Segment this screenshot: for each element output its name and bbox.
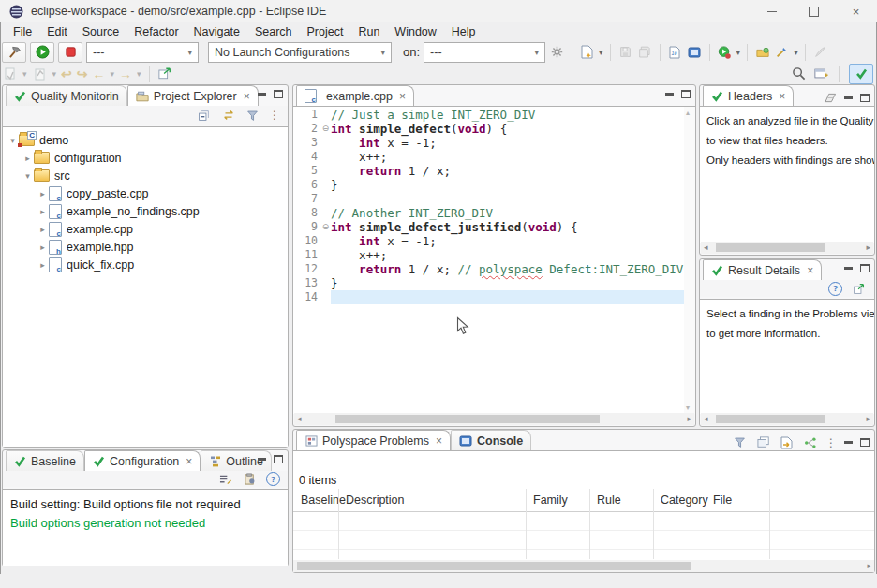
new-wizard-button[interactable] (579, 44, 595, 60)
minimize-icon[interactable] (844, 96, 853, 99)
column-header-file[interactable]: File (706, 493, 769, 507)
menu-item-refactor[interactable]: Refactor (126, 24, 186, 39)
view-menu-icon[interactable]: ⋮ (269, 110, 280, 121)
target-settings-gear-icon[interactable] (549, 44, 565, 60)
binary-view-button[interactable]: 10 (667, 44, 683, 60)
open-console-button[interactable] (687, 44, 703, 60)
maximize-icon[interactable] (274, 455, 283, 463)
new-wizard-dropdown-icon[interactable]: ▾ (599, 48, 603, 57)
close-icon[interactable]: × (399, 90, 406, 103)
column-header-family[interactable]: Family (526, 493, 589, 507)
chevron-expanded-icon[interactable]: ▾ (22, 171, 34, 181)
tab-result-details[interactable]: Result Details × (703, 259, 822, 280)
tab-example-cpp[interactable]: c example.cpp × (296, 85, 414, 106)
menu-item-run[interactable]: Run (350, 24, 387, 39)
code-line-7[interactable]: 7 (293, 192, 684, 206)
code-line-11[interactable]: 11 x++; (293, 248, 684, 262)
tab-project-explorer[interactable]: Project Explorer × (127, 85, 259, 106)
run-analysis-button[interactable] (30, 42, 54, 63)
menu-item-help[interactable]: Help (444, 24, 483, 39)
window-close-button[interactable]: × (835, 0, 877, 22)
window-minimize-button[interactable] (751, 0, 793, 22)
tab-headers[interactable]: Headers × (703, 85, 794, 106)
close-icon[interactable]: × (779, 90, 785, 103)
options-list-icon[interactable] (217, 471, 233, 487)
menu-item-window[interactable]: Window (387, 24, 443, 39)
polyspace-build-button[interactable] (2, 42, 26, 63)
forward-button[interactable]: → (119, 67, 132, 81)
result-details-horizontal-scrollbar[interactable]: ◂ ▸ (701, 413, 873, 425)
export-log-icon[interactable] (779, 434, 795, 450)
collapse-all-icon[interactable] (196, 108, 212, 124)
headers-horizontal-scrollbar[interactable]: ◂ ▸ (701, 242, 873, 254)
menu-item-search[interactable]: Search (247, 24, 300, 39)
chevron-collapsed-icon[interactable]: ▸ (37, 189, 49, 198)
chevron-collapsed-icon[interactable]: ▸ (22, 154, 34, 163)
code-line-4[interactable]: 4 x++; (293, 150, 684, 164)
problems-horizontal-scrollbar[interactable]: ▸ (293, 560, 874, 572)
fold-icon[interactable]: ⊖ (320, 122, 331, 136)
filter-icon[interactable] (245, 108, 260, 124)
minimize-icon[interactable] (665, 93, 674, 96)
previous-annotation-dropdown-icon[interactable]: ▾ (52, 69, 57, 79)
save-button[interactable] (617, 44, 633, 60)
column-header-category[interactable]: Category (653, 493, 706, 507)
code-line-14[interactable]: 14 (293, 290, 684, 304)
minimize-icon[interactable] (844, 267, 853, 270)
tree-item-example-no-findings-cpp[interactable]: ▸cexample_no_findings.cpp (3, 202, 288, 220)
close-icon[interactable]: × (186, 455, 192, 468)
window-maximize-button[interactable] (793, 0, 835, 22)
clear-eraser-icon[interactable] (824, 90, 837, 106)
tree-item-copy-paste-cpp[interactable]: ▸ccopy_paste.cpp (3, 184, 288, 202)
editor-vertical-scrollbar[interactable]: ▴ ▾ (684, 107, 695, 414)
code-line-10[interactable]: 10 int x = -1; (293, 234, 684, 248)
refresh-options-icon[interactable] (242, 471, 258, 487)
close-icon[interactable]: × (807, 264, 813, 277)
search-marker-dropdown-icon[interactable]: ▾ (794, 48, 798, 57)
stop-analysis-button[interactable] (58, 42, 82, 63)
fold-icon[interactable]: ⊖ (320, 220, 331, 234)
close-icon[interactable]: × (436, 434, 442, 448)
back-dropdown-icon[interactable]: ▾ (111, 69, 115, 79)
chevron-collapsed-icon[interactable]: ▸ (37, 225, 49, 234)
help-icon[interactable]: ? (266, 472, 280, 486)
code-line-2[interactable]: 2⊖int simple_defect(void) { (293, 122, 684, 136)
tab-configuration[interactable]: Configuration × (84, 450, 201, 471)
code-line-5[interactable]: 5 return 1 / x; (293, 164, 684, 178)
launch-configuration-combo[interactable]: No Launch Configurations▾ (208, 42, 392, 63)
code-editor[interactable]: 1// Just a simple INT_ZERO_DIV2⊖int simp… (293, 106, 695, 414)
save-all-button[interactable] (637, 44, 653, 60)
tree-item-configuration[interactable]: ▸configuration (3, 149, 288, 167)
launch-target-combo[interactable]: ---▾ (424, 42, 545, 63)
last-edit-location-button[interactable] (157, 66, 173, 81)
maximize-icon[interactable] (274, 90, 283, 98)
chevron-collapsed-icon[interactable]: ▸ (37, 207, 49, 216)
column-header-baseline[interactable]: Baseline (293, 493, 338, 507)
previous-annotation-button[interactable] (32, 66, 48, 81)
maximize-icon[interactable] (860, 438, 870, 447)
tree-item-demo[interactable]: ▾Cdemo (3, 131, 288, 149)
tab-baseline[interactable]: Baseline (6, 450, 84, 471)
next-annotation-button[interactable] (2, 66, 18, 81)
code-line-6[interactable]: 6} (293, 178, 684, 192)
code-line-12[interactable]: 12 return 1 / x; // polyspace Defect:INT… (293, 262, 684, 276)
last-edit-feather-icon[interactable] (812, 44, 828, 60)
tree-item-example-cpp[interactable]: ▸cexample.cpp (3, 220, 288, 238)
code-line-9[interactable]: 9⊖int simple_defect_justified(void) { (293, 220, 684, 234)
back-history-icon[interactable]: ↩ (61, 67, 72, 81)
open-element-button[interactable] (754, 44, 770, 60)
back-button[interactable]: ← (93, 67, 106, 81)
tab-console[interactable]: Console (451, 430, 531, 450)
minimize-icon[interactable] (258, 458, 266, 461)
chevron-collapsed-icon[interactable]: ▸ (37, 243, 49, 252)
help-icon[interactable]: ? (828, 282, 842, 296)
next-annotation-dropdown-icon[interactable]: ▾ (22, 69, 27, 79)
maximize-icon[interactable] (860, 94, 870, 102)
run-external-tool-button[interactable] (717, 44, 733, 60)
tab-polyspace-problems[interactable]: Polyspace Problems × (296, 430, 451, 450)
view-menu-icon[interactable]: ⋮ (825, 437, 837, 448)
forward-dropdown-icon[interactable]: ▾ (137, 69, 141, 79)
tree-item-src[interactable]: ▾src (3, 167, 288, 184)
link-with-editor-icon[interactable] (220, 108, 236, 124)
menu-item-project[interactable]: Project (300, 24, 351, 39)
